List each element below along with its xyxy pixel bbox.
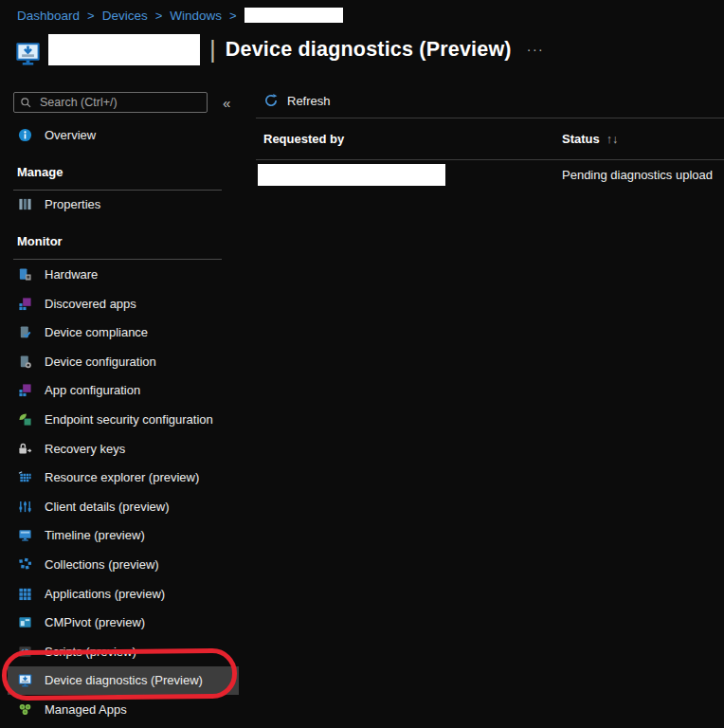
sidebar-item-label: Applications (preview) [45, 587, 165, 601]
column-header-requested-by[interactable]: Requested by [256, 132, 562, 146]
sidebar: « Overview Manage Properties Monitor Har… [0, 83, 248, 728]
title-separator: | [209, 35, 216, 64]
breadcrumb-devices[interactable]: Devices [102, 9, 148, 23]
device-compliance-icon [17, 325, 32, 340]
sidebar-item-label: Hardware [45, 267, 98, 282]
timeline-icon [17, 528, 32, 543]
sidebar-item-endpoint-security-configuration[interactable]: Endpoint security configuration [0, 405, 248, 434]
client-details-icon [17, 499, 32, 514]
sidebar-item-label: Recovery keys [45, 442, 125, 456]
page-title: Device diagnostics (Preview) [226, 38, 512, 62]
sidebar-search-row: « [13, 92, 248, 113]
column-header-status[interactable]: Status ↑↓ [562, 132, 724, 146]
sidebar-item-cmpivot[interactable]: CMPivot (preview) [0, 608, 248, 637]
sidebar-item-label: Managed Apps [45, 702, 127, 717]
info-icon [17, 127, 32, 142]
table-header: Requested by Status ↑↓ [256, 118, 724, 160]
main-content: Refresh Requested by Status ↑↓ Pending d… [256, 83, 724, 728]
sidebar-item-app-configuration[interactable]: App configuration [0, 376, 248, 406]
endpoint-security-icon [17, 411, 32, 427]
sidebar-item-device-configuration[interactable]: Device configuration [0, 347, 248, 376]
sidebar-item-timeline[interactable]: Timeline (preview) [0, 521, 248, 551]
breadcrumb-dashboard[interactable]: Dashboard [17, 9, 80, 23]
recovery-keys-icon [17, 441, 32, 456]
managed-apps-icon [17, 701, 32, 717]
sidebar-item-label: Device diagnostics (Preview) [45, 673, 203, 687]
sidebar-item-label: Discovered apps [45, 297, 136, 311]
sidebar-item-device-compliance[interactable]: Device compliance [0, 318, 248, 347]
search-icon [20, 97, 32, 109]
breadcrumb-separator: > [87, 9, 95, 23]
cmpivot-icon [17, 615, 32, 630]
search-input-wrapper[interactable] [13, 92, 208, 113]
sidebar-item-recovery-keys[interactable]: Recovery keys [0, 434, 248, 464]
sidebar-item-applications[interactable]: Applications (preview) [0, 579, 248, 609]
sidebar-item-label: Scripts (preview) [45, 645, 136, 659]
device-diagnostics-icon [15, 31, 41, 67]
status-column-label: Status [562, 132, 600, 146]
breadcrumb-separator: > [229, 9, 237, 23]
section-title-monitor: Monitor [17, 234, 248, 249]
properties-icon [17, 197, 32, 212]
app-configuration-icon [17, 383, 32, 398]
refresh-label: Refresh [287, 94, 331, 108]
sidebar-item-label: Device configuration [45, 355, 156, 369]
sidebar-item-device-diagnostics[interactable]: Device diagnostics (Preview) [8, 666, 239, 696]
scripts-icon [17, 644, 32, 659]
sidebar-item-label: CMPivot (preview) [45, 615, 145, 629]
applications-icon [17, 586, 32, 601]
sidebar-item-managed-apps[interactable]: Managed Apps [0, 695, 248, 724]
device-configuration-icon [17, 354, 32, 369]
refresh-button[interactable]: Refresh [263, 93, 331, 108]
redacted-requested-by-value [258, 164, 445, 186]
breadcrumb: Dashboard > Devices > Windows > [17, 8, 343, 23]
sidebar-item-label: Timeline (preview) [45, 528, 145, 542]
sidebar-item-label: Device compliance [45, 325, 148, 339]
breadcrumb-separator: > [155, 9, 163, 23]
refresh-icon [263, 93, 279, 108]
hardware-icon [17, 266, 32, 282]
sidebar-item-client-details[interactable]: Client details (preview) [0, 492, 248, 521]
page-header: | Device diagnostics (Preview) ··· [15, 31, 544, 67]
sidebar-item-collections[interactable]: Collections (preview) [0, 550, 248, 579]
sidebar-item-label: Properties [45, 197, 100, 211]
search-input[interactable] [38, 95, 201, 110]
collections-icon [17, 556, 32, 572]
sidebar-item-overview[interactable]: Overview [0, 120, 248, 150]
sidebar-item-scripts[interactable]: Scripts (preview) [0, 637, 248, 666]
table-row[interactable]: Pending diagnostics upload [256, 160, 724, 190]
device-diagnostics-icon [17, 673, 32, 688]
resource-explorer-icon [17, 470, 32, 485]
sidebar-item-resource-explorer[interactable]: Resource explorer (preview) [0, 463, 248, 492]
breadcrumb-windows[interactable]: Windows [170, 9, 222, 23]
sidebar-item-label: Overview [45, 128, 96, 142]
status-cell: Pending diagnostics upload [562, 168, 724, 182]
redacted-device-name-breadcrumb [244, 8, 343, 23]
requested-by-cell [256, 164, 562, 186]
redacted-device-name-title [48, 34, 200, 65]
sidebar-item-hardware[interactable]: Hardware [0, 260, 248, 289]
discovered-apps-icon [17, 296, 32, 311]
more-options-button[interactable]: ··· [527, 42, 545, 57]
section-title-manage: Manage [17, 165, 248, 180]
sidebar-item-label: Resource explorer (preview) [45, 470, 199, 484]
command-bar: Refresh [256, 83, 724, 118]
sidebar-item-label: Collections (preview) [45, 557, 159, 572]
sidebar-item-properties[interactable]: Properties [0, 191, 248, 220]
sidebar-item-label: Endpoint security configuration [45, 412, 213, 427]
sidebar-item-label: App configuration [45, 383, 140, 397]
sidebar-item-discovered-apps[interactable]: Discovered apps [0, 289, 248, 318]
sort-arrows-icon: ↑↓ [606, 133, 619, 146]
collapse-sidebar-button[interactable]: « [223, 95, 230, 111]
sidebar-item-label: Client details (preview) [45, 500, 170, 514]
